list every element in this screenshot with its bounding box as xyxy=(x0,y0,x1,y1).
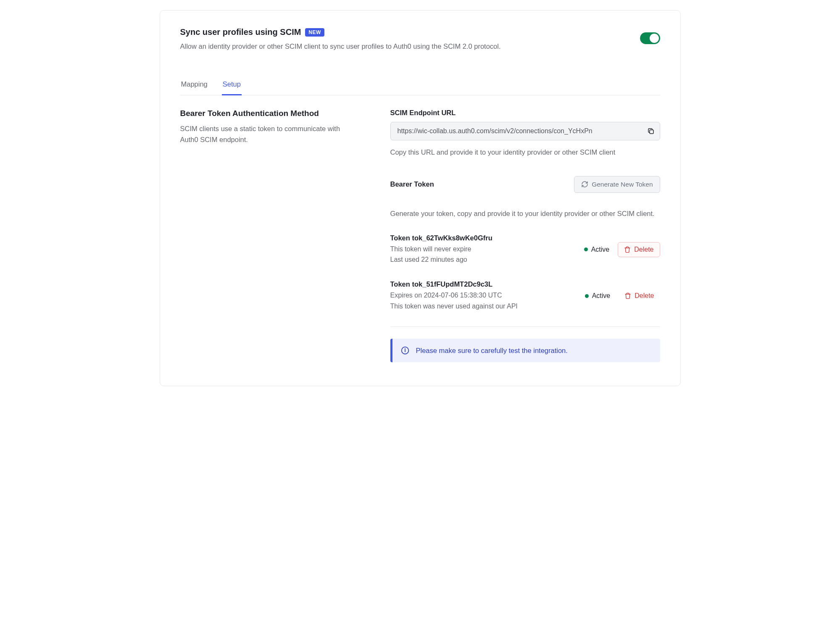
token-actions: Active Delete xyxy=(584,242,660,257)
generate-token-label: Generate New Token xyxy=(592,181,653,188)
right-column: SCIM Endpoint URL https://wic-collab.us.… xyxy=(390,109,660,363)
svg-rect-0 xyxy=(650,130,653,134)
token-expiry: Expires on 2024-07-06 15:38:30 UTC xyxy=(390,290,578,301)
delete-label: Delete xyxy=(634,246,653,253)
copy-icon xyxy=(647,127,655,135)
toggle-knob xyxy=(650,34,659,43)
scim-settings-card: Sync user profiles using SCIM NEW Allow … xyxy=(160,10,681,386)
alert-message: Please make sure to carefully test the i… xyxy=(416,347,568,355)
scim-enable-toggle[interactable] xyxy=(640,32,660,44)
endpoint-hint: Copy this URL and provide it to your ide… xyxy=(390,147,660,158)
tab-setup[interactable]: Setup xyxy=(222,75,242,95)
delete-label: Delete xyxy=(635,292,654,300)
token-status: Active xyxy=(584,246,610,253)
divider xyxy=(390,327,660,327)
token-status: Active xyxy=(585,292,611,300)
auth-method-desc: SCIM clients use a static token to commu… xyxy=(180,123,357,145)
token-expiry: This token will never expire xyxy=(390,244,577,255)
status-dot-icon xyxy=(585,294,589,298)
copy-endpoint-button[interactable] xyxy=(645,125,657,137)
auth-method-heading: Bearer Token Authentication Method xyxy=(180,109,357,118)
header-text: Sync user profiles using SCIM NEW Allow … xyxy=(180,27,501,52)
token-status-label: Active xyxy=(592,292,611,300)
token-item: Token tok_51fFUpdMT2Dc9c3L Expires on 20… xyxy=(390,280,660,311)
bearer-row: Bearer Token Generate New Token xyxy=(390,176,660,193)
token-last-used: This token was never used against our AP… xyxy=(390,301,578,312)
endpoint-input-wrap: https://wic-collab.us.auth0.com/scim/v2/… xyxy=(390,122,660,140)
endpoint-url-field[interactable]: https://wic-collab.us.auth0.com/scim/v2/… xyxy=(390,122,660,140)
refresh-icon xyxy=(581,181,588,188)
left-column: Bearer Token Authentication Method SCIM … xyxy=(180,109,357,363)
token-last-used: Last used 22 minutes ago xyxy=(390,254,577,265)
tab-mapping[interactable]: Mapping xyxy=(180,75,208,95)
token-name: Token tok_62TwKks8wKe0Gfru xyxy=(390,234,577,242)
bearer-desc: Generate your token, copy and provide it… xyxy=(390,208,660,219)
delete-token-button[interactable]: Delete xyxy=(619,289,660,303)
bearer-desc-section: Generate your token, copy and provide it… xyxy=(390,208,660,219)
new-badge: NEW xyxy=(305,28,324,37)
generate-token-button[interactable]: Generate New Token xyxy=(574,176,660,193)
page-subtitle: Allow an identity provider or other SCIM… xyxy=(180,41,501,52)
delete-token-button[interactable]: Delete xyxy=(618,242,660,257)
content: Bearer Token Authentication Method SCIM … xyxy=(180,109,660,363)
info-alert: Please make sure to carefully test the i… xyxy=(390,339,660,362)
svg-point-3 xyxy=(405,349,405,349)
token-info: Token tok_51fFUpdMT2Dc9c3L Expires on 20… xyxy=(390,280,578,311)
token-status-label: Active xyxy=(591,246,610,253)
bearer-token-label: Bearer Token xyxy=(390,180,434,188)
info-icon xyxy=(401,346,409,355)
token-info: Token tok_62TwKks8wKe0Gfru This token wi… xyxy=(390,234,577,265)
status-dot-icon xyxy=(584,248,588,251)
trash-icon xyxy=(624,292,631,299)
endpoint-label: SCIM Endpoint URL xyxy=(390,109,660,117)
token-actions: Active Delete xyxy=(585,289,660,303)
tabs: Mapping Setup xyxy=(180,75,660,95)
trash-icon xyxy=(624,246,631,253)
token-item: Token tok_62TwKks8wKe0Gfru This token wi… xyxy=(390,234,660,265)
header-row: Sync user profiles using SCIM NEW Allow … xyxy=(180,27,660,52)
title-line: Sync user profiles using SCIM NEW xyxy=(180,27,501,37)
token-name: Token tok_51fFUpdMT2Dc9c3L xyxy=(390,280,578,288)
page-title: Sync user profiles using SCIM xyxy=(180,27,301,37)
